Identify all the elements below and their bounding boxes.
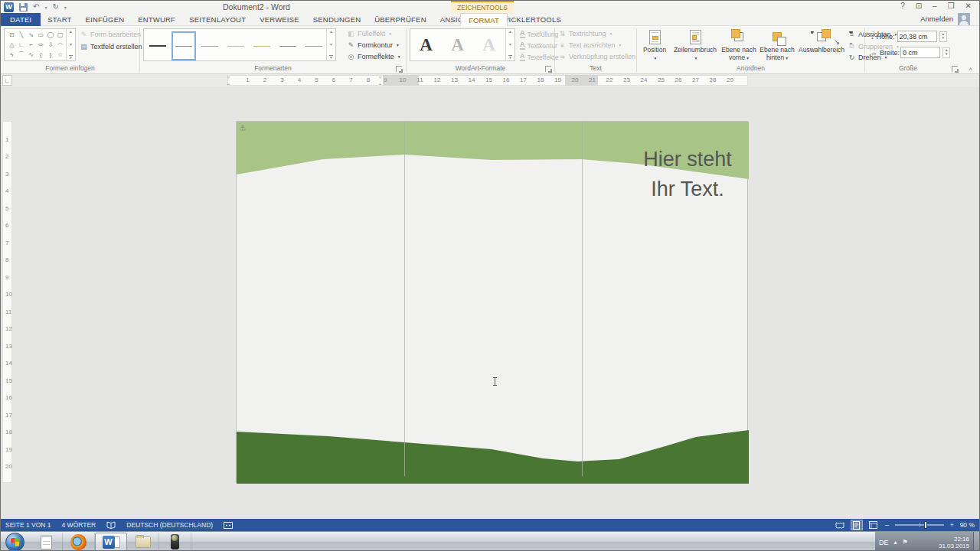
shape-icon[interactable]: ∟ bbox=[18, 42, 24, 48]
gallery-more-icon[interactable]: ▼ bbox=[508, 55, 512, 60]
wordart-text[interactable]: Hier steht Ihr Text. bbox=[619, 145, 756, 204]
style-swatch[interactable] bbox=[250, 31, 274, 60]
tab-sendungen[interactable]: SENDUNGEN bbox=[306, 13, 368, 26]
horizontal-ruler[interactable]: ∟ 12345678910111213141516171819202122232… bbox=[1, 74, 979, 86]
scroll-up-icon[interactable]: ▲ bbox=[508, 30, 512, 34]
shape-icon[interactable]: { bbox=[40, 52, 42, 58]
customize-qat-icon[interactable]: ▾ bbox=[64, 5, 67, 10]
shape-icon[interactable]: ◯ bbox=[47, 32, 54, 38]
tab-überprüfen[interactable]: ÜBERPRÜFEN bbox=[368, 13, 433, 26]
collapse-ribbon-icon[interactable]: ˄ bbox=[969, 66, 972, 73]
document-canvas[interactable]: 1234567891011121314151617181920 Hier ste… bbox=[1, 86, 979, 519]
formeffekte-button[interactable]: ◎ Formeffekte bbox=[347, 53, 400, 60]
minimize-button[interactable]: – bbox=[933, 2, 937, 10]
verknuepfung-button[interactable]: ∞ Verknüpfung erstellen bbox=[558, 53, 635, 60]
shape-icon[interactable]: △ bbox=[9, 42, 14, 48]
first-line-indent-marker[interactable]: ▿ bbox=[227, 75, 230, 80]
shape-icon[interactable]: } bbox=[50, 52, 52, 58]
shape-icon[interactable]: ╲ bbox=[20, 32, 24, 38]
fuelleffekt-button[interactable]: ◧ Fülleffekt bbox=[347, 30, 391, 37]
wordart-gallery-scroll[interactable]: ▲ ▼ ▼ bbox=[505, 29, 514, 60]
zoom-slider[interactable] bbox=[895, 524, 944, 526]
scroll-down-icon[interactable]: ▼ bbox=[69, 43, 73, 47]
macro-icon[interactable] bbox=[224, 522, 233, 529]
tab-verweise[interactable]: VERWEISE bbox=[253, 13, 306, 26]
height-spinner[interactable]: ▲▼ bbox=[939, 31, 947, 42]
taskbar-button-camera[interactable] bbox=[159, 533, 191, 551]
textfeld-erstellen-button[interactable]: ▤ Textfeld erstellen bbox=[80, 43, 142, 51]
scroll-down-icon[interactable]: ▼ bbox=[329, 43, 333, 47]
shape-gallery[interactable]: ⊡╲⇘▭◯▢△∟⌐⇨⇩◠ϟ⌒∿{}☆ ▲ ▼ ▼ bbox=[4, 28, 76, 61]
first-line-indent-marker[interactable]: ▿ bbox=[379, 75, 381, 80]
style-swatch[interactable] bbox=[145, 31, 170, 60]
avatar[interactable] bbox=[958, 13, 970, 25]
word-count[interactable]: 4 WÖRTER bbox=[62, 521, 96, 529]
print-layout-icon[interactable] bbox=[851, 520, 862, 530]
tray-expand-icon[interactable]: ▴ bbox=[894, 540, 897, 546]
shape-icon[interactable]: ⌐ bbox=[29, 42, 33, 48]
formkontur-button[interactable]: ✎ Formkontur bbox=[347, 41, 399, 49]
wordart-style[interactable]: A bbox=[451, 35, 464, 55]
wordart-style[interactable]: A bbox=[420, 35, 433, 55]
style-swatch[interactable] bbox=[276, 31, 300, 60]
zeilenumbruch-button[interactable]: Zeilenumbruch bbox=[671, 28, 719, 63]
width-input[interactable] bbox=[900, 47, 940, 58]
textkontur-button[interactable]: A Textkontur bbox=[520, 41, 563, 50]
action-center-flag-icon[interactable]: ⚑ bbox=[903, 540, 908, 546]
undo-dropdown-icon[interactable]: ▾ bbox=[44, 5, 47, 10]
shape-icon[interactable]: ⇩ bbox=[48, 42, 54, 48]
restore-button[interactable]: ❐ bbox=[948, 2, 955, 10]
tab-entwurf[interactable]: ENTWURF bbox=[131, 13, 182, 26]
redo-button[interactable]: ↻ bbox=[52, 2, 58, 11]
shape-icon[interactable]: ⌒ bbox=[18, 52, 24, 58]
shape-icon[interactable]: ⊡ bbox=[9, 32, 15, 38]
vertical-ruler[interactable]: 1234567891011121314151617181920 bbox=[2, 121, 12, 483]
shape-icon[interactable]: ϟ bbox=[10, 52, 13, 58]
word-logo-icon[interactable]: W bbox=[4, 2, 14, 12]
width-spinner[interactable]: ▲▼ bbox=[942, 47, 950, 58]
show-desktop-button[interactable] bbox=[973, 532, 979, 551]
shape-gallery-scroll[interactable]: ▲ ▼ ▼ bbox=[66, 29, 75, 60]
selection-pane-button[interactable]: ↘ Auswahlbereich bbox=[797, 28, 846, 63]
tab-format-active[interactable]: FORMAT bbox=[460, 13, 508, 27]
text-ausrichten-button[interactable]: ≡ Text ausrichten bbox=[558, 41, 621, 49]
shape-icon[interactable]: ☆ bbox=[57, 52, 63, 58]
textrichtung-button[interactable]: ⇅ Textrichtung bbox=[558, 30, 612, 37]
shape-icon[interactable]: ⇘ bbox=[28, 32, 34, 38]
shape-icon[interactable]: ◠ bbox=[57, 42, 63, 48]
taskbar-button-firefox[interactable] bbox=[63, 533, 95, 551]
style-gallery-scroll[interactable]: ▲ ▼ ▼ bbox=[326, 29, 335, 60]
zoom-level[interactable]: 90 % bbox=[960, 521, 975, 529]
help-button[interactable]: ? bbox=[900, 2, 905, 10]
tab-einfügen[interactable]: EINFÜGEN bbox=[79, 13, 132, 26]
zoom-slider-thumb[interactable] bbox=[924, 521, 927, 529]
tab-selector[interactable]: ∟ bbox=[2, 75, 12, 86]
left-indent-marker[interactable]: ▵ bbox=[227, 81, 230, 86]
ribbon-options-button[interactable]: ⊡ bbox=[916, 2, 922, 10]
shape-icon[interactable]: ▢ bbox=[57, 32, 64, 38]
zoom-out-button[interactable]: – bbox=[885, 521, 889, 529]
taskbar-button-word[interactable]: W bbox=[95, 533, 127, 551]
undo-button[interactable]: ↶ bbox=[33, 2, 39, 11]
tab-seitenlayout[interactable]: SEITENLAYOUT bbox=[182, 13, 253, 26]
style-swatch[interactable] bbox=[302, 31, 326, 60]
dialog-launcher-icon[interactable] bbox=[545, 66, 551, 72]
tray-clock[interactable]: 22:16 31.03.2015 bbox=[939, 536, 969, 549]
scroll-up-icon[interactable]: ▲ bbox=[329, 30, 333, 34]
web-layout-icon[interactable] bbox=[868, 520, 879, 530]
close-button[interactable]: ✕ bbox=[965, 2, 972, 10]
form-bearbeiten-button[interactable]: ✎ Form bearbeiten bbox=[80, 31, 147, 38]
shape-icon[interactable]: ⇨ bbox=[38, 42, 44, 48]
save-icon[interactable] bbox=[19, 3, 28, 11]
tab-start[interactable]: START bbox=[41, 13, 78, 26]
wordart-style[interactable]: A bbox=[482, 35, 495, 55]
shape-icon[interactable]: ∿ bbox=[28, 52, 34, 58]
tab-datei[interactable]: DATEI bbox=[1, 13, 41, 26]
taskbar-button-folder[interactable] bbox=[127, 533, 159, 551]
style-swatch[interactable] bbox=[198, 31, 222, 60]
gallery-more-icon[interactable]: ▼ bbox=[329, 55, 333, 60]
dialog-launcher-icon[interactable] bbox=[952, 66, 958, 72]
page-indicator[interactable]: SEITE 1 VON 1 bbox=[5, 521, 51, 529]
bring-forward-button[interactable]: Ebene nach vorne bbox=[720, 28, 757, 63]
language-tray-indicator[interactable]: DE bbox=[879, 539, 889, 546]
